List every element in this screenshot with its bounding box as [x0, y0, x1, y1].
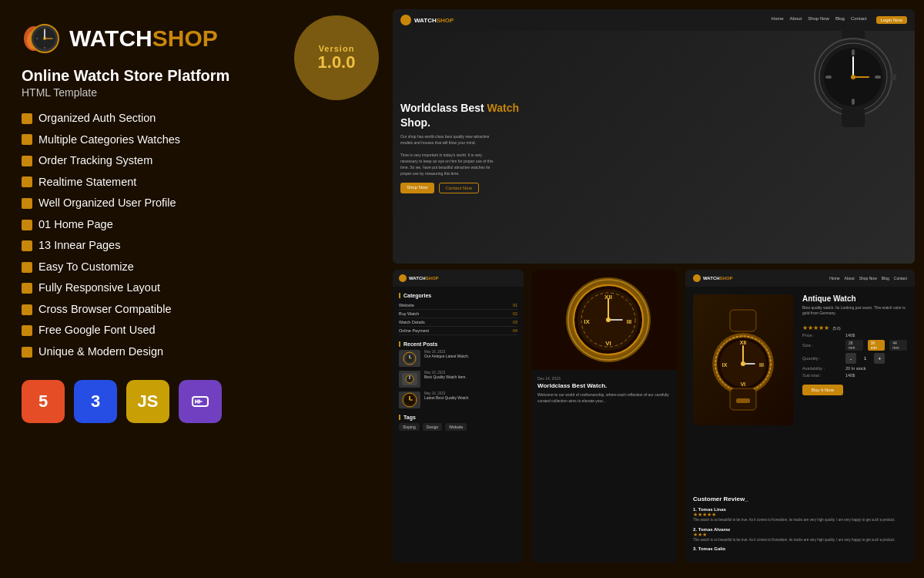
list-item: Unique & Modern Design	[22, 341, 310, 363]
nav-link-about[interactable]: About	[790, 16, 802, 24]
contact-now-btn[interactable]: Contact Now	[439, 183, 479, 193]
size-44mm[interactable]: 44 mm	[889, 340, 907, 351]
subtotal-row: Sub total : 140$	[802, 373, 907, 378]
categories-title: Categories	[399, 293, 517, 298]
post-thumb-1	[399, 350, 420, 367]
nav-link-blog[interactable]: Blog	[835, 16, 845, 24]
hero-desc1: Our shop has world-class best quality ne…	[400, 133, 500, 146]
svg-rect-18	[825, 76, 832, 79]
product-nav-links: Home About Shop Now Blog Contact	[829, 276, 907, 281]
hero-navbar: WATCHSHOP Home About Shop Now Blog Conta…	[393, 9, 915, 31]
hero-buttons: Shop Now Contact Now	[400, 183, 907, 193]
tagline-sub: HTML Template	[22, 86, 310, 99]
blog-screenshot: XII III VI IX Dec 14, 2023 Worldclass	[531, 270, 678, 563]
hero-login-btn[interactable]: Login Now	[876, 16, 907, 24]
product-desc: Best quality watch. Its Looking just osa…	[802, 305, 907, 316]
list-item: Free Google Font Used	[22, 320, 310, 341]
left-panel: WATCHSHOP Online Watch Store Platform HT…	[0, 0, 331, 578]
blog-title: Worldclass Best Watch.	[537, 382, 671, 389]
sidebar-screenshot: WATCHSHOP Categories Website 01 Buy Watc…	[393, 270, 524, 563]
bullet-icon	[22, 325, 32, 336]
list-item: Easy To Customize	[22, 257, 310, 278]
bullet-icon	[22, 113, 32, 124]
blog-text: Welcome to our world of craftsmanship, w…	[537, 392, 671, 404]
blog-content: Dec 14, 2023 Worldclass Best Watch. Welc…	[531, 370, 678, 563]
bullet-icon	[22, 347, 32, 358]
category-buy-watch: Buy Watch 02	[399, 310, 517, 318]
svg-text:VI: VI	[741, 381, 746, 387]
list-item: 01 Home Page	[22, 214, 310, 236]
tagline-main: Online Watch Store Platform	[22, 66, 310, 85]
category-online-payment: Online Payment 04	[399, 327, 517, 335]
version-number: 1.0.0	[318, 53, 356, 72]
hero-nav-logo-icon	[400, 15, 411, 25]
review-1: 1. Tomas Linas ★★★★★ This watch is so be…	[693, 507, 907, 523]
php-icon	[189, 391, 211, 412]
bullet-icon	[22, 262, 32, 273]
product-nav-dot	[693, 274, 701, 282]
js-badge: JS	[126, 380, 169, 423]
post-info-2: May 16, 2023 Best Quality Watch Item.	[424, 371, 517, 380]
product-nav-text: WATCHSHOP	[703, 276, 733, 281]
bullet-icon	[22, 198, 32, 209]
tag-sloping[interactable]: Sloping	[399, 423, 420, 431]
review-3: 3. Tomas Galio	[693, 546, 907, 551]
sidebar-logo-dot	[399, 274, 407, 282]
size-36mm[interactable]: 36 mm	[868, 340, 886, 351]
svg-rect-62	[736, 398, 750, 403]
main-container: WATCHSHOP Online Watch Store Platform HT…	[0, 0, 924, 578]
buy-now-btn[interactable]: Buy It Now	[802, 385, 843, 395]
sidebar-logo-text: WATCHSHOP	[409, 276, 439, 281]
product-nav: WATCHSHOP Home About Shop Now Blog Conta…	[685, 270, 915, 287]
screenshots-bottom: WATCHSHOP Categories Website 01 Buy Watc…	[393, 270, 915, 563]
qty-minus-btn[interactable]: -	[845, 353, 856, 364]
hero-desc2: Time is very important in today's world.…	[400, 152, 500, 176]
post-item-1: May 16, 2023 Our Antique Latest Watch.	[399, 350, 517, 367]
bullet-icon	[22, 240, 32, 251]
post-item-2: May 16, 2023 Best Quality Watch Item.	[399, 371, 517, 388]
list-item: Multiple Categories Watches	[22, 129, 310, 151]
shop-now-btn[interactable]: Shop Now	[400, 183, 434, 193]
nav-link-home[interactable]: Home	[772, 16, 784, 24]
recent-posts-title: Recent Posts	[399, 341, 517, 347]
features-list: Organized Auth Section Multiple Categori…	[22, 108, 310, 363]
logo-area: WATCHSHOP	[22, 18, 310, 59]
size-28mm[interactable]: 28 mm	[845, 340, 863, 351]
category-watch-details: Watch Details 03	[399, 318, 517, 327]
post-info-3: May 16, 2023 Latest Best Quality Watch.	[424, 391, 517, 401]
list-item: Fully Responsive Layout	[22, 277, 310, 299]
category-website: Website 01	[399, 301, 517, 310]
post-thumb-2	[399, 371, 420, 388]
blog-image: XII III VI IX	[531, 270, 678, 370]
tag-website[interactable]: Website	[445, 423, 467, 431]
css3-badge: 3	[74, 380, 117, 423]
sidebar-body: Categories Website 01 Buy Watch 02 Watch…	[393, 287, 524, 563]
nav-link-contact[interactable]: Contact	[851, 16, 867, 24]
list-item: Realtime Statement	[22, 172, 310, 193]
product-name: Antique Watch	[802, 294, 907, 303]
product-nav-logo: WATCHSHOP	[693, 274, 733, 282]
svg-text:III: III	[627, 318, 632, 325]
hero-nav-logo-text: WATCHSHOP	[414, 17, 454, 24]
php-badge	[179, 380, 222, 423]
product-rating: ★★★★★ (5.0)	[802, 319, 907, 333]
reviews-section: Customer Review_ 1. Tomas Linas ★★★★★ Th…	[685, 496, 915, 563]
hero-text: Worldclass Best WatchShop. Our shop has …	[400, 101, 907, 193]
nav-link-shop[interactable]: Shop Now	[808, 16, 829, 24]
hero-screenshot: WATCHSHOP Home About Shop Now Blog Conta…	[393, 9, 915, 264]
list-item: Organized Auth Section	[22, 108, 310, 129]
product-image: XII III VI IX	[693, 294, 793, 425]
right-panel: WATCHSHOP Home About Shop Now Blog Conta…	[331, 0, 924, 578]
bullet-icon	[22, 304, 32, 315]
reviews-title: Customer Review_	[693, 496, 907, 502]
svg-rect-19	[875, 76, 881, 79]
svg-rect-23	[890, 74, 896, 80]
logo-icon	[22, 18, 62, 59]
tag-design[interactable]: Design	[423, 423, 443, 431]
size-row: Size : 28 mm 36 mm 44 mm	[802, 340, 907, 351]
qty-plus-btn[interactable]: +	[874, 353, 885, 364]
svg-text:XII: XII	[740, 340, 747, 345]
price-row: Price : 140$	[802, 333, 907, 338]
product-screenshot: WATCHSHOP Home About Shop Now Blog Conta…	[685, 270, 915, 563]
svg-text:VI: VI	[605, 340, 611, 347]
